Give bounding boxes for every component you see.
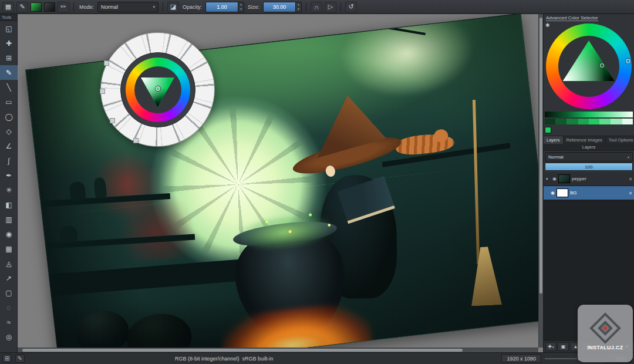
zoom-icon: ◎ <box>6 333 12 341</box>
workspace-chooser-button[interactable]: ▦ <box>2 2 14 12</box>
visibility-eye-icon[interactable]: ◉ <box>551 190 555 196</box>
horizontal-scrollbar-thumb[interactable] <box>22 349 463 352</box>
brush-icon: ✎ <box>19 3 25 11</box>
layer-name: pepper <box>572 176 628 181</box>
brush-tag-button[interactable] <box>110 118 115 123</box>
size-spinbox[interactable]: 30.00 ▴ ▾ <box>263 2 302 12</box>
shade-segments-strip[interactable] <box>545 119 633 124</box>
brush-tag-button[interactable] <box>100 89 105 94</box>
line-icon: ╲ <box>6 83 11 92</box>
tool-zoom[interactable]: ◎ <box>0 329 18 344</box>
rect-select-icon: ▢ <box>5 289 12 297</box>
tool-polygon[interactable]: ◇ <box>0 124 18 139</box>
assistants-icon: ◬ <box>6 259 11 268</box>
alpha-lock-icon[interactable]: α <box>629 191 632 195</box>
pattern-icon: ▦ <box>5 245 12 253</box>
pencil-icon: ✏ <box>60 3 66 11</box>
tool-ellipse-select[interactable]: ◌ <box>0 300 18 315</box>
bezier-icon: ∫ <box>8 157 9 165</box>
tool-pattern-edit[interactable]: ▦ <box>0 241 18 256</box>
spin-up-icon[interactable]: ▴ <box>296 2 301 7</box>
brush-tag-button[interactable] <box>104 60 109 66</box>
mode-label: Mode: <box>79 4 94 10</box>
gradient-chooser[interactable] <box>31 2 42 12</box>
hue-selector-handle[interactable] <box>626 59 630 63</box>
color-selector-handle[interactable] <box>156 86 160 91</box>
plus-icon: ✚ <box>548 344 552 349</box>
tool-color-sampler[interactable]: ◉ <box>0 227 18 241</box>
tab-tool-options[interactable]: Tool Options <box>606 136 634 144</box>
size-spin-arrows: ▴ ▾ <box>295 2 301 12</box>
duplicate-layer-button[interactable]: ▣ <box>558 342 569 351</box>
ellipse-icon: ◯ <box>5 113 12 121</box>
selection-display-icon[interactable]: ⊞ <box>2 354 12 363</box>
instaluj-watermark: INSTALUJ.CZ <box>578 305 633 362</box>
edit-brush-settings-button[interactable]: ✏ <box>58 2 69 12</box>
opacity-value: 1.00 <box>206 2 238 12</box>
tool-rect-select[interactable]: ▢ <box>0 285 18 300</box>
tool-move[interactable]: ✚ <box>0 36 18 50</box>
brush-tag-button[interactable] <box>133 138 139 143</box>
layer-row-bg[interactable]: ◉ BG α <box>544 186 634 200</box>
brush-icon: ✎ <box>6 69 12 77</box>
tool-crop[interactable]: ⊞ <box>0 50 18 65</box>
opacity-spinbox[interactable]: 1.00 ▴ ▾ <box>205 2 244 12</box>
vertical-scrollbar-thumb[interactable] <box>539 18 542 294</box>
spin-down-icon[interactable]: ▾ <box>296 7 301 12</box>
visibility-eye-icon[interactable]: ◉ <box>552 176 557 181</box>
layer-property-icons: α <box>629 191 632 195</box>
tool-calligraphy[interactable]: ✒ <box>0 168 18 183</box>
tool-line[interactable]: ╲ <box>0 80 18 95</box>
layer-row-pepper[interactable]: ▾ ◉ pepper α <box>544 172 634 186</box>
polygon-icon: ◇ <box>6 127 11 136</box>
brush-palette-popup <box>100 32 215 147</box>
shade-gradient-strip[interactable] <box>545 112 633 117</box>
wrap-around-button[interactable]: ▷ <box>325 2 336 12</box>
layer-blend-value: Normal <box>548 154 564 160</box>
tool-multibrush[interactable]: ✳ <box>0 183 18 197</box>
color-sampler-icon: ◉ <box>6 230 12 238</box>
tool-measure[interactable]: ↗ <box>0 271 18 285</box>
tool-polyline[interactable]: ∠ <box>0 139 18 153</box>
pattern-chooser[interactable] <box>44 2 55 12</box>
spin-up-icon[interactable]: ▴ <box>238 2 244 7</box>
layer-blending-mode-dropdown[interactable]: Normal ▾ <box>545 152 633 161</box>
main-toolbar: ▦ ✎ ✏ Mode: Normal ▾ ◪ Opacity: 1.00 ▴ ▾… <box>0 0 634 14</box>
brush-status-icon[interactable]: ✎ <box>15 354 25 363</box>
tool-fill[interactable]: ◧ <box>0 197 18 212</box>
canvas-area[interactable] <box>18 14 543 352</box>
tool-bezier[interactable]: ∫ <box>0 153 18 168</box>
triangle-selector-handle[interactable] <box>600 63 604 68</box>
tool-rectangle[interactable]: ▭ <box>0 95 18 109</box>
tool-transform[interactable]: ◱ <box>0 21 18 36</box>
vertical-scrollbar[interactable] <box>538 14 543 348</box>
blending-mode-dropdown[interactable]: Normal ▾ <box>97 2 158 12</box>
eraser-toggle-button[interactable]: ◪ <box>167 2 179 12</box>
tab-reference-images[interactable]: Reference Images <box>564 136 606 144</box>
tool-assistants[interactable]: ◬ <box>0 256 18 271</box>
color-history-swatch[interactable] <box>545 127 551 133</box>
tool-freehand-select[interactable]: ≈ <box>0 315 18 329</box>
measure-icon: ↗ <box>6 274 12 282</box>
status-bar: ⊞ ✎ RGB (8-bit integer/channel) sRGB bui… <box>0 352 634 364</box>
tab-layers[interactable]: Layers <box>544 136 564 144</box>
alpha-lock-icon[interactable]: α <box>629 177 632 181</box>
horizontal-scrollbar[interactable] <box>18 348 538 352</box>
reload-preset-button[interactable]: ↺ <box>345 2 357 12</box>
add-layer-button[interactable]: ✚ ▾ <box>545 342 557 351</box>
spin-down-icon[interactable]: ▾ <box>238 7 244 12</box>
brush-preset-button[interactable]: ✎ <box>16 2 28 12</box>
advanced-color-selector-title: Advanced Color Selector <box>544 14 634 22</box>
tool-gradient[interactable]: ▥ <box>0 212 18 227</box>
fill-icon: ◧ <box>5 201 12 209</box>
tool-ellipse[interactable]: ◯ <box>0 109 18 124</box>
layer-opacity-slider[interactable]: 100 <box>545 163 633 171</box>
tool-freehand-brush[interactable]: ✎ <box>0 65 18 80</box>
expand-caret-icon[interactable]: ▾ <box>546 177 551 181</box>
hue-wheel[interactable] <box>546 23 632 109</box>
opacity-label: Opacity: <box>183 4 202 10</box>
reload-icon: ↺ <box>348 3 353 11</box>
selector-settings-icon[interactable]: ✱ <box>545 22 550 28</box>
mirror-view-button[interactable]: ∩ <box>311 2 322 12</box>
ellipse-select-icon: ◌ <box>6 304 11 312</box>
